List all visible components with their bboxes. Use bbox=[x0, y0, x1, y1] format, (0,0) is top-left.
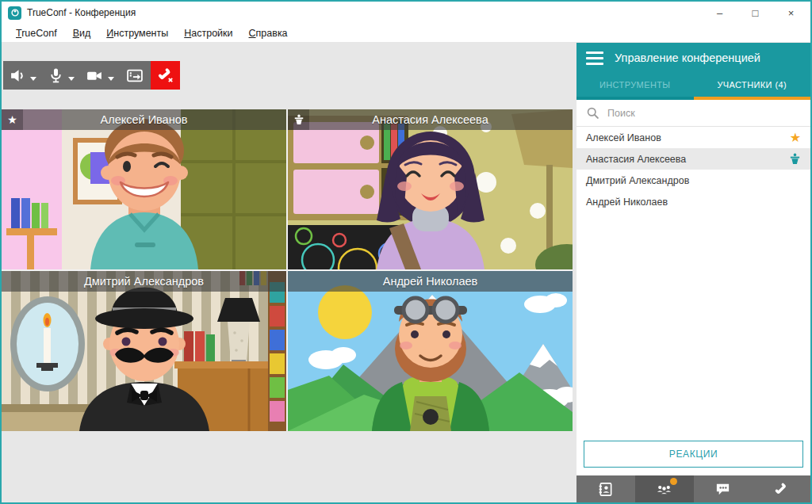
tab-tools[interactable]: ИНСТРУМЕНТЫ bbox=[576, 73, 694, 100]
video-tile-anastasia[interactable]: Анастасия Алексеева bbox=[288, 109, 573, 269]
video-feed-alexey bbox=[2, 109, 286, 269]
menu-settings[interactable]: Настройки bbox=[176, 28, 240, 39]
tile-participant-name: Дмитрий Александров bbox=[2, 275, 286, 288]
tile-participant-name: Алексей Иванов bbox=[2, 113, 286, 126]
tile-name-bar: Дмитрий Александров bbox=[2, 271, 286, 292]
conference-sidebar: Управление конференцией ИНСТРУМЕНТЫ УЧАС… bbox=[576, 43, 810, 502]
video-feed-dmitry bbox=[2, 271, 286, 431]
speaker-icon bbox=[10, 67, 26, 84]
chat-icon bbox=[714, 481, 731, 498]
address-book-tab[interactable] bbox=[576, 475, 635, 502]
chat-tab[interactable] bbox=[694, 475, 753, 502]
dial-icon bbox=[773, 481, 790, 498]
app-logo-icon bbox=[8, 6, 21, 20]
sidebar-spacer bbox=[576, 212, 810, 441]
participant-row-alexey[interactable]: Алексей Иванов ★ bbox=[576, 127, 810, 148]
close-button[interactable]: × bbox=[773, 2, 809, 24]
minimize-button[interactable]: – bbox=[702, 2, 737, 24]
sidebar-tabs: ИНСТРУМЕНТЫ УЧАСТНИКИ (4) bbox=[576, 73, 810, 100]
conference-tab[interactable] bbox=[635, 475, 694, 502]
av-toolbar bbox=[3, 61, 180, 90]
camera-icon bbox=[86, 67, 104, 84]
notification-dot bbox=[670, 478, 677, 485]
menubar: TrueConf Вид Инструменты Настройки Справ… bbox=[2, 24, 810, 43]
screen-share-button[interactable] bbox=[119, 61, 151, 90]
tile-name-bar: Андрей Николаев bbox=[288, 271, 573, 292]
address-book-icon bbox=[597, 481, 614, 498]
video-feed-andrey bbox=[288, 271, 573, 431]
app-window: TrueConf - Конференция – □ × TrueConf Ви… bbox=[0, 0, 812, 504]
menu-view[interactable]: Вид bbox=[65, 28, 99, 39]
participant-row-anastasia[interactable]: Анастасия Алексеева bbox=[576, 148, 810, 170]
screen-share-icon bbox=[125, 67, 144, 84]
dial-tab[interactable] bbox=[752, 475, 810, 502]
tile-participant-name: Андрей Николаев bbox=[288, 275, 573, 288]
video-feed-anastasia bbox=[288, 109, 573, 269]
podium-icon bbox=[789, 153, 801, 165]
sidebar-header: Управление конференцией bbox=[576, 43, 810, 73]
tile-name-bar: ★ Алексей Иванов bbox=[2, 109, 286, 130]
titlebar: TrueConf - Конференция – □ × bbox=[2, 2, 810, 24]
tile-participant-name: Анастасия Алексеева bbox=[288, 113, 573, 126]
hangup-icon bbox=[156, 66, 175, 85]
video-tile-dmitry[interactable]: Дмитрий Александров bbox=[2, 271, 286, 431]
speaker-caret-icon[interactable] bbox=[30, 77, 36, 81]
menu-tools[interactable]: Инструменты bbox=[98, 28, 176, 39]
microphone-caret-icon[interactable] bbox=[68, 77, 75, 81]
microphone-button[interactable] bbox=[41, 61, 79, 90]
sidebar-bottom-bar bbox=[576, 475, 810, 502]
main-area: ★ Алексей Иванов bbox=[2, 43, 576, 502]
reactions-button[interactable]: РЕАКЦИИ bbox=[584, 441, 803, 468]
hamburger-icon[interactable] bbox=[586, 52, 603, 65]
camera-button[interactable] bbox=[79, 61, 119, 90]
speaker-button[interactable] bbox=[3, 61, 41, 90]
maximize-button[interactable]: □ bbox=[737, 2, 773, 24]
participant-row-andrey[interactable]: Андрей Николаев bbox=[576, 191, 810, 212]
participant-row-dmitry[interactable]: Дмитрий Александров bbox=[576, 170, 810, 191]
sidebar-title: Управление конференцией bbox=[615, 52, 760, 64]
mic-icon bbox=[48, 67, 64, 84]
search-input[interactable] bbox=[607, 108, 801, 119]
star-icon: ★ bbox=[790, 132, 801, 144]
menu-help[interactable]: Справка bbox=[241, 28, 296, 39]
window-title: TrueConf - Конференция bbox=[27, 7, 702, 18]
search-icon bbox=[586, 106, 599, 120]
camera-caret-icon[interactable] bbox=[108, 77, 114, 81]
video-tile-alexey[interactable]: ★ Алексей Иванов bbox=[2, 109, 286, 269]
tab-participants[interactable]: УЧАСТНИКИ (4) bbox=[694, 73, 811, 100]
menu-trueconf[interactable]: TrueConf bbox=[8, 28, 65, 39]
hangup-button[interactable] bbox=[151, 61, 180, 90]
video-tile-andrey[interactable]: Андрей Николаев bbox=[288, 271, 573, 431]
participant-list: Алексей Иванов ★ Анастасия Алексеева Дми… bbox=[576, 127, 810, 212]
search-row bbox=[576, 100, 810, 127]
tile-name-bar: Анастасия Алексеева bbox=[288, 109, 573, 130]
video-grid: ★ Алексей Иванов bbox=[2, 109, 573, 431]
